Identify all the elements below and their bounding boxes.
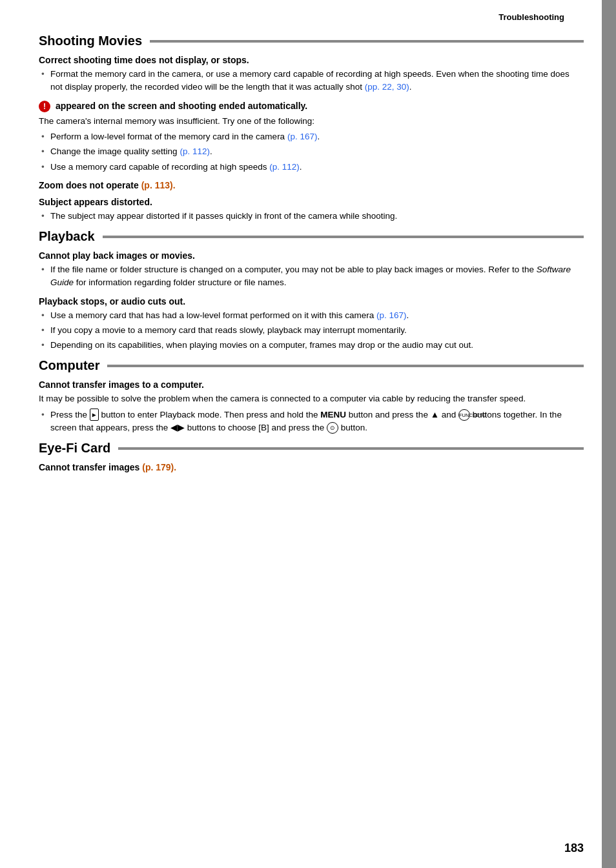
warning-icon: ! [39,101,50,112]
section-line-playback [103,236,584,238]
link-p179[interactable]: (p. 179). [142,462,176,472]
header-title: Troubleshooting [498,12,584,22]
bullet-item: If the file name or folder structure is … [39,263,584,290]
section-shooting-movies: Shooting Movies Correct shooting time do… [39,34,584,223]
section-title-eye-fi: Eye-Fi Card [39,441,110,456]
bullet-text: Format the memory card in the camera, or… [50,69,570,92]
subsection-heading-cannot-transfer: Cannot transfer images to a computer. [39,379,584,390]
subsection-heading-distorted: Subject appears distorted. [39,197,584,207]
subsection-correct-shooting-time: Correct shooting time does not display, … [39,55,584,94]
func-set-icon-2: ⊙ [327,422,338,434]
subsection-heading-eye-fi: Cannot transfer images (p. 179). [39,462,584,472]
link-p112-2[interactable]: (p. 112) [269,162,300,172]
bullet-list-distorted: The subject may appear distorted if it p… [39,210,584,223]
func-set-icon-1: FUNCSET⊙ [458,409,470,421]
bullet-item: Use a memory card capable of recording a… [39,161,584,174]
bullet-item: Perform a low-level format of the memory… [39,130,584,143]
section-playback: Playback Cannot play back images or movi… [39,229,584,352]
page-number: 183 [564,842,584,855]
bullet-suffix: . [409,82,412,92]
appeared-body-text: The camera's internal memory was insuffi… [39,115,584,128]
bullet-list-cannot-transfer: Press the ▶ button to enter Playback mod… [39,409,584,435]
bullet-list-cannot-play: If the file name or folder structure is … [39,263,584,290]
section-heading-playback: Playback [39,229,584,244]
subsection-appeared-on-screen: ! appeared on the screen and shooting en… [39,101,584,174]
bullet-list-playback-stops: Use a memory card that has had a low-lev… [39,309,584,352]
section-line-eye-fi [118,447,584,450]
section-title-playback: Playback [39,229,95,244]
subsection-heading-correct-shooting-time: Correct shooting time does not display, … [39,55,584,65]
bullet-list-appeared: Perform a low-level format of the memory… [39,130,584,174]
bullet-item: Change the image quality setting (p. 112… [39,145,584,158]
menu-label: MENU [320,410,346,419]
subsection-playback-stops: Playback stops, or audio cuts out. Use a… [39,296,584,352]
section-line [150,40,584,43]
section-line-computer [107,365,584,367]
side-tab [602,0,616,868]
software-guide-italic: Software Guide [50,265,571,287]
playback-button-icon: ▶ [90,409,99,421]
subsection-cannot-transfer: Cannot transfer images to a computer. It… [39,379,584,434]
eye-fi-heading-text: Cannot transfer images [39,462,142,472]
subsection-heading-playback-stops: Playback stops, or audio cuts out. [39,296,584,307]
link-pp30[interactable]: 30) [396,82,409,92]
subsection-zoom: Zoom does not operate (p. 113). [39,180,584,190]
link-p112-1[interactable]: (p. 112) [180,146,210,156]
section-title-computer: Computer [39,358,99,373]
section-heading-shooting-movies: Shooting Movies [39,34,584,48]
bullet-item: Format the memory card in the camera, or… [39,68,584,94]
bullet-list-correct-shooting-time: Format the memory card in the camera, or… [39,68,584,94]
appeared-heading-text: appeared on the screen and shooting ende… [56,101,307,111]
link-p167-1[interactable]: (p. 167) [287,132,318,141]
cannot-transfer-body: It may be possible to solve the problem … [39,392,584,405]
section-heading-computer: Computer [39,358,584,373]
subsection-cannot-play-back: Cannot play back images or movies. If th… [39,250,584,290]
link-pp22[interactable]: (pp. 22, [365,82,395,92]
bullet-item: The subject may appear distorted if it p… [39,210,584,223]
bullet-item: If you copy a movie to a memory card tha… [39,324,584,337]
subsection-heading-zoom: Zoom does not operate (p. 113). [39,180,584,190]
bullet-item: Depending on its capabilities, when play… [39,339,584,352]
section-eye-fi: Eye-Fi Card Cannot transfer images (p. 1… [39,441,584,472]
page-wrapper: Troubleshooting Shooting Movies Correct … [0,0,616,868]
section-heading-eye-fi: Eye-Fi Card [39,441,584,456]
subsection-heading-appeared: ! appeared on the screen and shooting en… [39,101,584,112]
subsection-eye-fi-transfer: Cannot transfer images (p. 179). [39,462,584,472]
subsection-subject-distorted: Subject appears distorted. The subject m… [39,197,584,223]
section-computer: Computer Cannot transfer images to a com… [39,358,584,434]
bullet-item: Press the ▶ button to enter Playback mod… [39,409,584,435]
link-p167-2[interactable]: (p. 167) [376,310,407,320]
main-content: Shooting Movies Correct shooting time do… [0,34,616,503]
zoom-heading-text: Zoom does not operate [39,180,141,190]
bullet-item: Use a memory card that has had a low-lev… [39,309,584,322]
link-p113[interactable]: (p. 113). [141,180,176,190]
subsection-heading-cannot-play: Cannot play back images or movies. [39,250,584,261]
header-area: Troubleshooting [0,0,616,27]
section-title-shooting-movies: Shooting Movies [39,34,142,48]
